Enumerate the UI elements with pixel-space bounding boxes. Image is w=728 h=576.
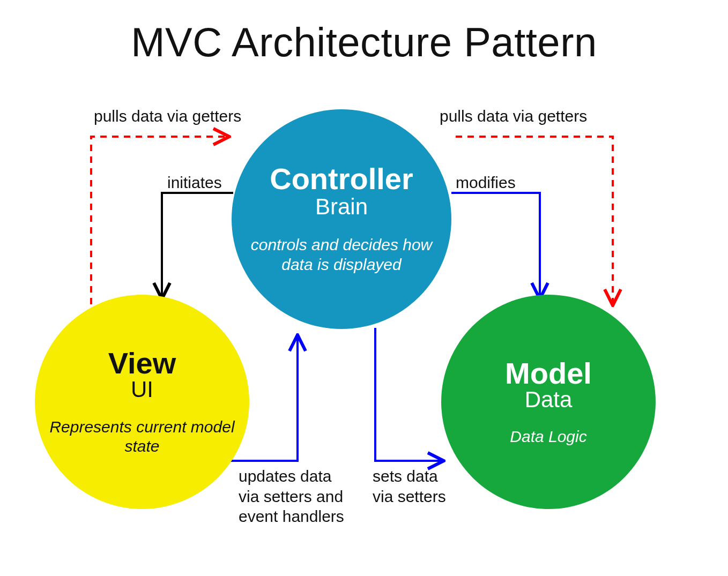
label-initiates: initiates xyxy=(167,173,222,193)
view-node: View UI Represents current model state xyxy=(35,295,249,509)
edge-controller-initiates-view xyxy=(162,193,233,297)
label-pulls-left: pulls data via getters xyxy=(94,106,241,126)
controller-node: Controller Brain controls and decides ho… xyxy=(232,109,451,329)
diagram-title: MVC Architecture Pattern xyxy=(0,19,728,65)
label-sets: sets data via setters xyxy=(373,466,458,506)
view-subtitle: UI xyxy=(131,377,153,402)
controller-subtitle: Brain xyxy=(315,194,368,220)
controller-name: Controller xyxy=(270,163,413,195)
view-description: Represents current model state xyxy=(35,417,249,456)
label-updates: updates data via setters and event handl… xyxy=(239,466,356,527)
model-name: Model xyxy=(505,358,592,390)
model-node: Model Data Data Logic xyxy=(441,295,656,509)
edge-controller-pulls-to-model xyxy=(456,137,613,304)
edge-view-pulls-to-controller xyxy=(91,137,228,316)
model-subtitle: Data xyxy=(525,387,573,413)
controller-description: controls and decides how data is display… xyxy=(232,235,451,275)
edge-controller-modifies-model xyxy=(451,193,540,297)
model-description: Data Logic xyxy=(510,428,586,446)
edge-controller-sets-model xyxy=(375,328,442,461)
label-pulls-right: pulls data via getters xyxy=(440,106,587,126)
view-name: View xyxy=(108,348,176,379)
label-modifies: modifies xyxy=(456,173,516,193)
mvc-diagram: MVC Architecture Pattern Controlle xyxy=(0,0,728,576)
